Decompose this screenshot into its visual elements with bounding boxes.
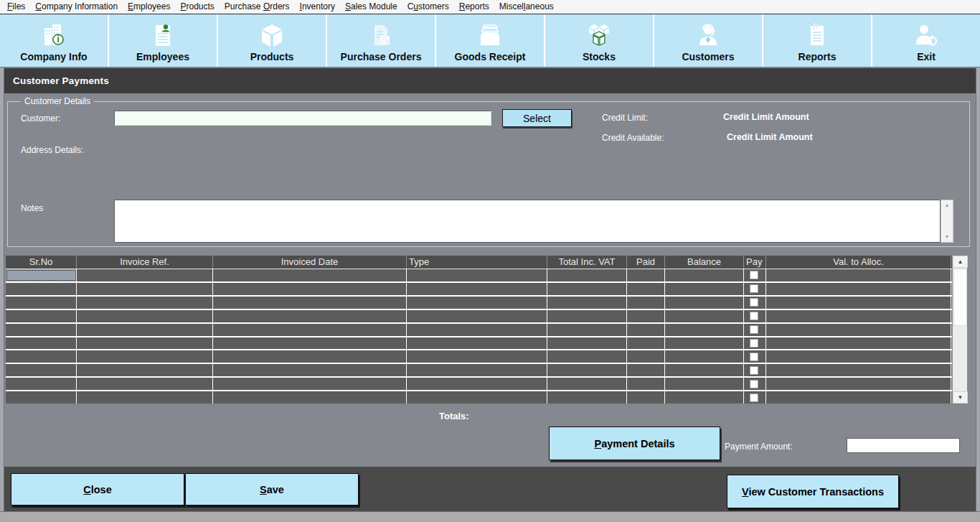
grid-cell[interactable] (627, 364, 665, 376)
grid-cell[interactable] (665, 324, 744, 336)
grid-cell[interactable] (407, 297, 547, 309)
grid-cell[interactable] (665, 337, 744, 350)
grid-cell[interactable] (213, 350, 407, 363)
grid-cell[interactable] (766, 269, 951, 281)
grid-cell[interactable] (766, 310, 951, 322)
menu-item-company-information[interactable]: Company Information (30, 0, 123, 14)
grid-row[interactable] (6, 297, 952, 310)
grid-row[interactable] (6, 364, 952, 378)
grid-cell[interactable] (744, 297, 766, 309)
grid-column-header[interactable]: Val. to Alloc. (766, 256, 951, 269)
grid-cell[interactable] (766, 364, 951, 376)
pay-checkbox[interactable] (750, 353, 758, 361)
grid-cell[interactable] (407, 337, 547, 350)
menu-item-products[interactable]: Products (175, 0, 219, 14)
menu-item-reports[interactable]: Reports (454, 0, 494, 14)
grid-column-header[interactable]: Type (407, 256, 547, 269)
grid-row[interactable] (6, 337, 952, 351)
grid-cell[interactable] (77, 297, 213, 309)
pay-checkbox[interactable] (750, 271, 758, 279)
pay-checkbox[interactable] (750, 325, 758, 334)
grid-cell[interactable] (547, 283, 627, 295)
grid-cell[interactable] (407, 364, 547, 376)
grid-cell[interactable] (766, 391, 951, 404)
grid-column-header[interactable]: Paid (627, 256, 665, 269)
grid-cell[interactable] (627, 324, 665, 336)
grid-cell[interactable] (6, 337, 77, 350)
grid-column-header[interactable]: Total Inc. VAT (547, 256, 627, 269)
grid-cell[interactable] (6, 269, 77, 281)
grid-cell[interactable] (744, 310, 766, 322)
grid-cell[interactable] (77, 269, 213, 281)
grid-cell[interactable] (213, 391, 407, 404)
pay-checkbox[interactable] (750, 312, 758, 320)
grid-cell[interactable] (407, 378, 547, 390)
grid-cell[interactable] (6, 350, 77, 363)
grid-cell[interactable] (665, 297, 744, 309)
grid-column-header[interactable]: Pay (744, 256, 766, 269)
grid-cell[interactable] (213, 378, 407, 390)
grid-cell[interactable] (547, 350, 627, 363)
grid-cell[interactable] (547, 337, 627, 350)
notes-textarea[interactable] (114, 200, 941, 243)
grid-cell[interactable] (407, 310, 547, 322)
grid-cell[interactable] (744, 378, 766, 390)
grid-cell[interactable] (6, 324, 77, 336)
grid-cell[interactable] (627, 283, 665, 295)
grid-cell[interactable] (665, 350, 744, 363)
payment-amount-input[interactable] (847, 438, 960, 453)
grid-cell[interactable] (766, 350, 951, 363)
menu-item-purchase-orders[interactable]: Purchase Orders (220, 0, 295, 14)
grid-cell[interactable] (766, 283, 951, 295)
grid-cell[interactable] (627, 269, 665, 281)
toolbar-button-exit[interactable]: Exit (872, 14, 980, 67)
grid-cell[interactable] (744, 324, 766, 336)
grid-cell[interactable] (77, 283, 213, 295)
grid-cell[interactable] (213, 324, 407, 336)
grid-cell[interactable] (665, 391, 744, 404)
grid-cell[interactable] (213, 297, 407, 309)
grid-cell[interactable] (665, 310, 744, 322)
grid-cell[interactable] (547, 391, 627, 404)
grid-cell[interactable] (744, 269, 766, 281)
grid-cell[interactable] (6, 391, 77, 404)
grid-row[interactable] (6, 391, 952, 404)
grid-cell[interactable] (77, 391, 213, 404)
select-customer-button[interactable]: Select (502, 109, 572, 127)
menu-item-inventory[interactable]: Inventory (295, 0, 340, 14)
grid-cell[interactable] (665, 269, 744, 281)
grid-cell[interactable] (665, 283, 744, 295)
grid-cell[interactable] (6, 378, 77, 390)
toolbar-button-employees[interactable]: Employees (109, 14, 217, 67)
grid-cell[interactable] (766, 297, 951, 309)
grid-cell[interactable] (213, 337, 407, 350)
grid-cell[interactable] (407, 269, 547, 281)
grid-row[interactable] (6, 283, 952, 297)
grid-cell[interactable] (627, 378, 665, 390)
grid-row[interactable] (6, 324, 952, 337)
grid-cell[interactable] (744, 337, 766, 350)
grid-cell[interactable] (627, 310, 665, 322)
grid-column-header[interactable]: Invoice Ref. (77, 256, 213, 269)
notes-scrollbar[interactable]: ▲ ▼ (941, 200, 953, 243)
save-button[interactable]: Save (185, 473, 359, 505)
grid-cell[interactable] (77, 364, 213, 376)
grid-cell[interactable] (744, 364, 766, 376)
grid-cell[interactable] (665, 364, 744, 376)
grid-row[interactable] (6, 310, 952, 324)
grid-cell[interactable] (547, 378, 627, 390)
pay-checkbox[interactable] (750, 284, 758, 293)
menu-item-employees[interactable]: Employees (123, 0, 175, 14)
grid-column-header[interactable]: Invoiced Date (213, 256, 407, 269)
grid-cell[interactable] (6, 310, 77, 322)
grid-cell[interactable] (627, 337, 665, 350)
menu-item-files[interactable]: Files (2, 0, 30, 14)
grid-cell[interactable] (744, 350, 766, 363)
grid-cell[interactable] (547, 269, 627, 281)
pay-checkbox[interactable] (750, 380, 758, 388)
grid-cell[interactable] (547, 364, 627, 376)
grid-scrollbar[interactable]: ▲ ▼ (952, 256, 967, 404)
grid-cell[interactable] (547, 310, 627, 322)
scroll-up-icon[interactable]: ▲ (953, 256, 968, 268)
grid-cell[interactable] (547, 297, 627, 309)
